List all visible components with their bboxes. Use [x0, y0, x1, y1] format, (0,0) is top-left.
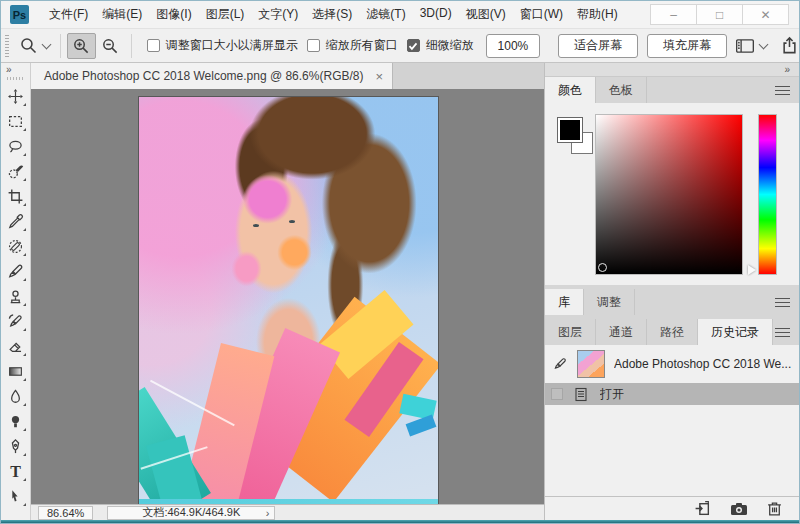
menu-file[interactable]: 文件(F) — [42, 3, 95, 26]
panel-menu-icon[interactable] — [775, 298, 790, 307]
zoom-out-icon — [101, 37, 119, 55]
rectangular-marquee-tool[interactable] — [3, 109, 29, 134]
saturation-brightness-field[interactable] — [595, 114, 743, 275]
snapshot-thumbnail[interactable] — [577, 350, 605, 378]
type-tool[interactable]: T — [3, 459, 29, 484]
color-panel-content — [545, 103, 799, 285]
menu-view[interactable]: 视图(V) — [459, 3, 513, 26]
document-state-icon — [574, 387, 588, 402]
zoom-all-windows-checkbox[interactable] — [307, 39, 320, 52]
menu-3d[interactable]: 3D(D) — [413, 3, 459, 26]
document-info-text: 文档:464.9K/464.9K — [142, 505, 240, 520]
tool-options-bar: 调整窗口大小以满屏显示 缩放所有窗口 细微缩放 100% 适合屏幕 填充屏幕 — [1, 29, 799, 63]
tab-libraries[interactable]: 库 — [545, 289, 584, 315]
dodge-tool[interactable] — [3, 409, 29, 434]
document-image — [139, 97, 438, 504]
history-brush-source-icon[interactable] — [552, 356, 568, 372]
tool-preset-picker[interactable] — [19, 36, 54, 55]
panel-menu-icon[interactable] — [775, 86, 790, 95]
zoom-tool-icon — [19, 36, 38, 55]
history-brush-tool[interactable] — [3, 309, 29, 334]
eraser-tool[interactable] — [3, 334, 29, 359]
scrubby-zoom-label: 细微缩放 — [426, 37, 474, 54]
artwork-eye — [253, 224, 259, 227]
document-area: Adobe Photoshop CC 2018 Welcome.png @ 86… — [31, 63, 544, 520]
document-close-icon[interactable]: × — [375, 69, 383, 84]
history-step-row[interactable]: 打开 — [545, 383, 799, 405]
snapshot-label: Adobe Photoshop CC 2018 We... — [614, 357, 791, 371]
menu-layer[interactable]: 图层(L) — [199, 3, 252, 26]
status-zoom-field[interactable]: 86.64% — [38, 506, 93, 520]
toolbar-collapse-button[interactable]: » — [1, 63, 30, 76]
chevron-down-icon — [41, 39, 51, 49]
eyedropper-tool[interactable] — [3, 209, 29, 234]
tab-swatches[interactable]: 色板 — [596, 77, 647, 103]
new-document-from-state-icon[interactable] — [694, 500, 711, 517]
quick-selection-tool[interactable] — [3, 159, 29, 184]
tab-paths[interactable]: 路径 — [647, 319, 698, 345]
clone-stamp-tool[interactable] — [3, 284, 29, 309]
status-document-info[interactable]: 文档:464.9K/464.9K › — [107, 506, 275, 520]
new-snapshot-camera-icon[interactable] — [730, 501, 748, 517]
chevron-down-icon[interactable] — [759, 39, 769, 49]
photoshop-logo-icon: Ps — [10, 5, 29, 24]
workspace: » T Adobe Photoshop CC 2018 Welco — [1, 63, 799, 520]
foreground-color-swatch[interactable] — [558, 118, 582, 142]
tab-history[interactable]: 历史记录 — [698, 319, 773, 345]
resize-windows-checkbox[interactable] — [147, 39, 160, 52]
status-expand-icon[interactable]: › — [266, 507, 270, 519]
blur-tool[interactable] — [3, 384, 29, 409]
tab-channels[interactable]: 通道 — [596, 319, 647, 345]
share-icon[interactable] — [780, 36, 799, 55]
document-tab-title: Adobe Photoshop CC 2018 Welcome.png @ 86… — [44, 69, 363, 83]
zoom-in-button[interactable] — [67, 33, 96, 59]
libraries-panel-group: 库 调整 — [545, 289, 799, 315]
menu-type[interactable]: 文字(Y) — [251, 3, 305, 26]
options-grip-handle[interactable] — [5, 35, 9, 57]
window-controls: – □ ✕ — [651, 4, 789, 25]
menu-window[interactable]: 窗口(W) — [513, 3, 570, 26]
menu-select[interactable]: 选择(S) — [305, 3, 359, 26]
menu-edit[interactable]: 编辑(E) — [95, 3, 149, 26]
spot-healing-brush-tool[interactable] — [3, 234, 29, 259]
zoom-percentage-field[interactable]: 100% — [486, 34, 540, 58]
canvas[interactable] — [31, 89, 544, 504]
pen-tool[interactable] — [3, 434, 29, 459]
menu-image[interactable]: 图像(I) — [149, 3, 198, 26]
minimize-button[interactable]: – — [650, 4, 697, 25]
tab-color[interactable]: 颜色 — [545, 77, 596, 103]
tab-adjustments[interactable]: 调整 — [584, 289, 635, 315]
hue-slider[interactable] — [758, 114, 777, 275]
maximize-button[interactable]: □ — [696, 4, 743, 25]
menu-filter[interactable]: 滤镜(T) — [359, 3, 412, 26]
brush-tool[interactable] — [3, 259, 29, 284]
lasso-tool[interactable] — [3, 134, 29, 159]
fit-screen-button[interactable]: 适合屏幕 — [558, 34, 638, 58]
type-tool-glyph: T — [10, 464, 21, 480]
color-picker-ring[interactable] — [598, 263, 607, 272]
close-button[interactable]: ✕ — [742, 4, 789, 25]
move-tool[interactable] — [3, 84, 29, 109]
workspace-panel-icon[interactable] — [735, 37, 755, 55]
tab-layers[interactable]: 图层 — [545, 319, 596, 345]
fill-screen-button[interactable]: 填充屏幕 — [647, 34, 727, 58]
path-selection-tool[interactable] — [3, 484, 29, 509]
menu-help[interactable]: 帮助(H) — [570, 3, 625, 26]
hue-slider-arrow[interactable] — [748, 265, 756, 275]
status-bar: 86.64% 文档:464.9K/464.9K › — [31, 504, 544, 520]
color-panel-tabs: 颜色 色板 — [545, 77, 799, 103]
toolbar-grip-handle[interactable] — [7, 77, 24, 80]
history-snapshot-row[interactable]: Adobe Photoshop CC 2018 We... — [545, 345, 799, 383]
libraries-panel-tabs: 库 调整 — [545, 289, 799, 315]
history-panel-group: 图层 通道 路径 历史记录 Adobe Photoshop CC 2018 We… — [545, 319, 799, 520]
gradient-tool[interactable] — [3, 359, 29, 384]
panels-collapse-button[interactable]: » — [545, 63, 799, 77]
resize-windows-label: 调整窗口大小以满屏显示 — [166, 37, 298, 54]
document-tab[interactable]: Adobe Photoshop CC 2018 Welcome.png @ 86… — [31, 63, 393, 89]
panel-menu-icon[interactable] — [775, 328, 790, 337]
crop-tool[interactable] — [3, 184, 29, 209]
scrubby-zoom-checkbox[interactable] — [407, 39, 420, 52]
history-source-well[interactable] — [551, 388, 563, 400]
delete-trash-icon[interactable] — [767, 500, 782, 517]
zoom-out-button[interactable] — [96, 33, 125, 59]
